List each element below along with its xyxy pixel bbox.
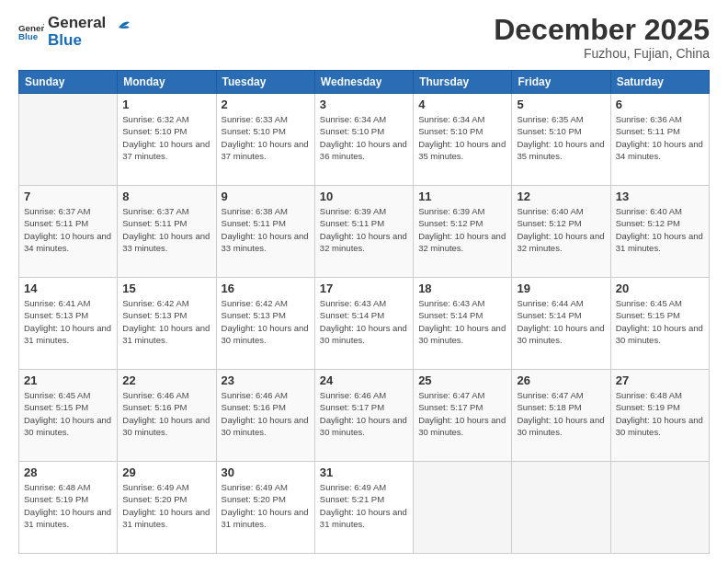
table-row: 26Sunrise: 6:47 AMSunset: 5:18 PMDayligh… — [512, 370, 610, 462]
table-row: 2Sunrise: 6:33 AMSunset: 5:10 PMDaylight… — [216, 94, 314, 186]
day-number: 19 — [517, 282, 605, 295]
table-row: 30Sunrise: 6:49 AMSunset: 5:20 PMDayligh… — [216, 462, 314, 554]
table-row: 5Sunrise: 6:35 AMSunset: 5:10 PMDaylight… — [512, 94, 610, 186]
table-row: 1Sunrise: 6:32 AMSunset: 5:10 PMDaylight… — [118, 94, 216, 186]
day-number: 25 — [418, 373, 506, 387]
day-number: 9 — [222, 190, 310, 203]
table-row — [19, 94, 118, 186]
table-row: 28Sunrise: 6:48 AMSunset: 5:19 PMDayligh… — [19, 462, 118, 554]
day-info: Sunrise: 6:40 AMSunset: 5:12 PMDaylight:… — [517, 205, 605, 254]
day-info: Sunrise: 6:43 AMSunset: 5:14 PMDaylight:… — [320, 297, 408, 346]
calendar-week-row: 21Sunrise: 6:45 AMSunset: 5:15 PMDayligh… — [19, 370, 710, 462]
table-row: 24Sunrise: 6:46 AMSunset: 5:17 PMDayligh… — [314, 370, 413, 462]
day-number: 21 — [24, 373, 112, 387]
day-info: Sunrise: 6:35 AMSunset: 5:10 PMDaylight:… — [517, 113, 605, 162]
day-number: 14 — [24, 282, 112, 295]
day-number: 22 — [122, 373, 210, 387]
day-info: Sunrise: 6:41 AMSunset: 5:13 PMDaylight:… — [24, 297, 112, 346]
day-info: Sunrise: 6:48 AMSunset: 5:19 PMDaylight:… — [24, 481, 112, 530]
col-wednesday: Wednesday — [314, 71, 413, 94]
table-row: 13Sunrise: 6:40 AMSunset: 5:12 PMDayligh… — [610, 186, 709, 278]
table-row: 20Sunrise: 6:45 AMSunset: 5:15 PMDayligh… — [610, 278, 709, 370]
table-row: 4Sunrise: 6:34 AMSunset: 5:10 PMDaylight… — [414, 94, 512, 186]
day-number: 2 — [222, 98, 310, 111]
table-row: 3Sunrise: 6:34 AMSunset: 5:10 PMDaylight… — [314, 94, 413, 186]
table-row — [414, 462, 512, 554]
day-info: Sunrise: 6:42 AMSunset: 5:13 PMDaylight:… — [122, 297, 210, 346]
table-row: 23Sunrise: 6:46 AMSunset: 5:16 PMDayligh… — [216, 370, 314, 462]
logo-general-text: General — [48, 15, 106, 32]
col-tuesday: Tuesday — [216, 71, 314, 94]
day-number: 27 — [616, 373, 704, 387]
day-info: Sunrise: 6:42 AMSunset: 5:13 PMDaylight:… — [222, 297, 310, 346]
table-row: 25Sunrise: 6:47 AMSunset: 5:17 PMDayligh… — [414, 370, 512, 462]
day-number: 8 — [122, 190, 210, 203]
day-number: 1 — [122, 98, 210, 111]
day-info: Sunrise: 6:37 AMSunset: 5:11 PMDaylight:… — [24, 205, 112, 254]
day-number: 11 — [418, 190, 506, 203]
day-info: Sunrise: 6:47 AMSunset: 5:18 PMDaylight:… — [517, 389, 605, 438]
day-number: 16 — [222, 282, 310, 295]
table-row: 7Sunrise: 6:37 AMSunset: 5:11 PMDaylight… — [19, 186, 118, 278]
table-row: 29Sunrise: 6:49 AMSunset: 5:20 PMDayligh… — [118, 462, 216, 554]
table-row: 18Sunrise: 6:43 AMSunset: 5:14 PMDayligh… — [414, 278, 512, 370]
calendar-header-row: Sunday Monday Tuesday Wednesday Thursday… — [19, 71, 710, 94]
col-saturday: Saturday — [610, 71, 709, 94]
day-info: Sunrise: 6:45 AMSunset: 5:15 PMDaylight:… — [24, 389, 112, 438]
day-info: Sunrise: 6:38 AMSunset: 5:11 PMDaylight:… — [222, 205, 310, 254]
day-info: Sunrise: 6:37 AMSunset: 5:11 PMDaylight:… — [122, 205, 210, 254]
day-number: 24 — [320, 373, 408, 387]
table-row: 15Sunrise: 6:42 AMSunset: 5:13 PMDayligh… — [118, 278, 216, 370]
table-row: 11Sunrise: 6:39 AMSunset: 5:12 PMDayligh… — [414, 186, 512, 278]
day-info: Sunrise: 6:34 AMSunset: 5:10 PMDaylight:… — [418, 113, 506, 162]
svg-text:Blue: Blue — [18, 31, 39, 41]
day-number: 10 — [320, 190, 408, 203]
day-number: 23 — [222, 373, 310, 387]
day-info: Sunrise: 6:36 AMSunset: 5:11 PMDaylight:… — [616, 113, 704, 162]
day-number: 29 — [122, 465, 210, 479]
day-number: 6 — [616, 98, 704, 111]
day-info: Sunrise: 6:34 AMSunset: 5:10 PMDaylight:… — [320, 113, 408, 162]
col-sunday: Sunday — [19, 71, 118, 94]
table-row: 27Sunrise: 6:48 AMSunset: 5:19 PMDayligh… — [610, 370, 709, 462]
day-number: 20 — [616, 282, 704, 295]
table-row: 21Sunrise: 6:45 AMSunset: 5:15 PMDayligh… — [19, 370, 118, 462]
day-info: Sunrise: 6:39 AMSunset: 5:12 PMDaylight:… — [418, 205, 506, 254]
calendar-page: General Blue General Blue December 2025 … — [0, 0, 728, 563]
day-info: Sunrise: 6:46 AMSunset: 5:17 PMDaylight:… — [320, 389, 408, 438]
month-title: December 2025 — [494, 15, 710, 44]
day-info: Sunrise: 6:48 AMSunset: 5:19 PMDaylight:… — [616, 389, 704, 438]
table-row: 19Sunrise: 6:44 AMSunset: 5:14 PMDayligh… — [512, 278, 610, 370]
day-info: Sunrise: 6:33 AMSunset: 5:10 PMDaylight:… — [222, 113, 310, 162]
day-number: 18 — [418, 282, 506, 295]
day-number: 4 — [418, 98, 506, 111]
table-row: 6Sunrise: 6:36 AMSunset: 5:11 PMDaylight… — [610, 94, 709, 186]
day-number: 15 — [122, 282, 210, 295]
day-number: 30 — [222, 465, 310, 479]
title-block: December 2025 Fuzhou, Fujian, China — [494, 15, 710, 61]
day-info: Sunrise: 6:49 AMSunset: 5:20 PMDaylight:… — [122, 481, 210, 530]
table-row: 14Sunrise: 6:41 AMSunset: 5:13 PMDayligh… — [19, 278, 118, 370]
calendar-week-row: 7Sunrise: 6:37 AMSunset: 5:11 PMDaylight… — [19, 186, 710, 278]
day-info: Sunrise: 6:39 AMSunset: 5:11 PMDaylight:… — [320, 205, 408, 254]
day-info: Sunrise: 6:43 AMSunset: 5:14 PMDaylight:… — [418, 297, 506, 346]
day-info: Sunrise: 6:44 AMSunset: 5:14 PMDaylight:… — [517, 297, 605, 346]
day-info: Sunrise: 6:40 AMSunset: 5:12 PMDaylight:… — [616, 205, 704, 254]
day-info: Sunrise: 6:46 AMSunset: 5:16 PMDaylight:… — [222, 389, 310, 438]
table-row: 10Sunrise: 6:39 AMSunset: 5:11 PMDayligh… — [314, 186, 413, 278]
logo-bird-icon — [111, 18, 131, 39]
day-number: 13 — [616, 190, 704, 203]
table-row — [610, 462, 709, 554]
calendar-week-row: 1Sunrise: 6:32 AMSunset: 5:10 PMDaylight… — [19, 94, 710, 186]
day-number: 17 — [320, 282, 408, 295]
table-row: 12Sunrise: 6:40 AMSunset: 5:12 PMDayligh… — [512, 186, 610, 278]
day-info: Sunrise: 6:47 AMSunset: 5:17 PMDaylight:… — [418, 389, 506, 438]
table-row: 8Sunrise: 6:37 AMSunset: 5:11 PMDaylight… — [118, 186, 216, 278]
col-thursday: Thursday — [414, 71, 512, 94]
col-monday: Monday — [118, 71, 216, 94]
day-info: Sunrise: 6:49 AMSunset: 5:20 PMDaylight:… — [222, 481, 310, 530]
logo-blue-text: Blue — [48, 32, 106, 50]
day-number: 5 — [517, 98, 605, 111]
day-number: 31 — [320, 465, 408, 479]
table-row — [512, 462, 610, 554]
